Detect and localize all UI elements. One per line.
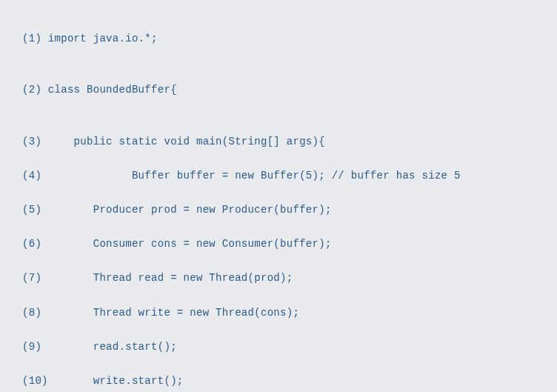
code-line: (6) Consumer cons = new Consumer(buffer)… xyxy=(22,236,547,253)
code-line: (10) write.start(); xyxy=(22,373,547,390)
code-line: (7) Thread read = new Thread(prod); xyxy=(22,270,547,287)
code-line: (9) read.start(); xyxy=(22,339,547,356)
code-line: (2) class BoundedBuffer{ xyxy=(22,82,547,99)
code-line: (3) public static void main(String[] arg… xyxy=(22,133,547,150)
code-line: (4) Buffer buffer = new Buffer(5); // bu… xyxy=(22,167,547,185)
code-line: (1) import java.io.*; xyxy=(22,30,547,47)
code-block: (1) import java.io.*; (2) class BoundedB… xyxy=(0,0,557,392)
code-line: (5) Producer prod = new Producer(buffer)… xyxy=(22,202,547,219)
code-line: (8) Thread write = new Thread(cons); xyxy=(22,305,547,322)
